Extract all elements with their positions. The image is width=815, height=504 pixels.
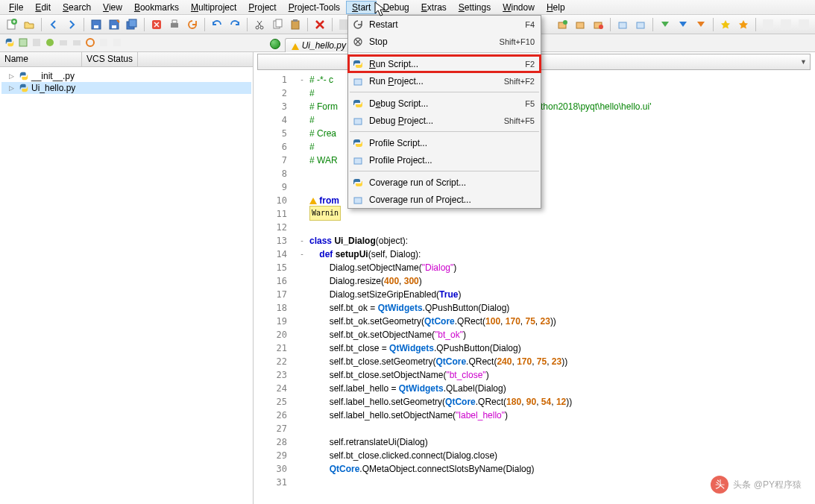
menu-window[interactable]: Window xyxy=(497,1,541,14)
menu-item-debug-project[interactable]: Debug Project...Shift+F5 xyxy=(348,112,541,129)
tool-y-button[interactable] xyxy=(778,16,794,33)
file-tree-item[interactable]: ▷Ui_hello.py xyxy=(1,82,251,94)
copy-button[interactable] xyxy=(269,16,286,33)
back-button[interactable] xyxy=(45,16,62,33)
delete-button[interactable] xyxy=(312,16,328,33)
svg-rect-7 xyxy=(129,19,136,27)
check-button[interactable] xyxy=(657,16,673,33)
proj-dbg-icon xyxy=(351,116,365,126)
save-all-button[interactable] xyxy=(124,16,140,33)
menu-bookmarks[interactable]: Bookmarks xyxy=(128,1,185,14)
menu-edit[interactable]: Edit xyxy=(29,1,57,14)
svg-rect-14 xyxy=(276,19,282,27)
svg-rect-3 xyxy=(94,25,98,28)
menu-item-run-script[interactable]: Run Script...F2 xyxy=(348,55,541,72)
file-tree[interactable]: ▷__init__.py▷Ui_hello.py xyxy=(0,67,253,97)
tabbar-icon-e[interactable] xyxy=(72,37,82,50)
proj-e-button[interactable] xyxy=(632,16,649,33)
refresh-button[interactable] xyxy=(184,16,201,33)
svg-rect-9 xyxy=(171,23,178,28)
watermark-icon: 头 xyxy=(711,476,729,494)
redo-button[interactable] xyxy=(227,16,243,33)
fold-column[interactable]: --- xyxy=(295,52,309,504)
column-name[interactable]: Name xyxy=(0,52,82,66)
svg-rect-35 xyxy=(60,40,67,45)
column-vcs[interactable]: VCS Status xyxy=(82,52,138,66)
warning-icon xyxy=(292,43,299,50)
menu-item-debug-script[interactable]: Debug Script...F5 xyxy=(348,95,541,112)
check2-button[interactable] xyxy=(675,16,691,33)
star-button[interactable] xyxy=(717,16,734,33)
save-as-button[interactable] xyxy=(106,16,122,33)
proj-d-button[interactable] xyxy=(614,16,631,33)
new-file-button[interactable] xyxy=(3,16,19,33)
menu-multiproject[interactable]: Multiproject xyxy=(185,1,242,14)
svg-rect-15 xyxy=(292,21,299,29)
menu-item-coverage-run-of-project[interactable]: Coverage run of Project... xyxy=(348,191,541,208)
check3-button[interactable] xyxy=(693,16,709,33)
tabbar-icon-h[interactable] xyxy=(112,37,122,50)
tabbar-icon-c[interactable] xyxy=(45,37,55,50)
menu-item-coverage-run-of-script[interactable]: Coverage run of Script... xyxy=(348,174,541,191)
proj-prof-icon xyxy=(351,155,365,166)
svg-rect-39 xyxy=(113,39,121,46)
sidebar-header: Name VCS Status xyxy=(0,52,253,67)
menu-item-profile-script[interactable]: Profile Script... xyxy=(348,134,541,151)
svg-rect-38 xyxy=(100,39,107,46)
menu-view[interactable]: View xyxy=(97,1,128,14)
print-button[interactable] xyxy=(166,16,183,33)
forward-button[interactable] xyxy=(63,16,80,33)
watermark: 头 头条 @PY程序猿 xyxy=(711,476,802,494)
svg-rect-42 xyxy=(354,119,362,125)
open-button[interactable] xyxy=(21,16,37,33)
cut-button[interactable] xyxy=(251,16,268,33)
svg-point-23 xyxy=(563,20,567,25)
svg-point-11 xyxy=(256,26,259,29)
menu-help[interactable]: Help xyxy=(541,1,571,14)
proj-c-button[interactable] xyxy=(590,16,606,33)
menu-item-run-project[interactable]: Run Project...Shift+F2 xyxy=(348,72,541,89)
warning-icon xyxy=(309,198,317,204)
close-button[interactable] xyxy=(148,16,165,33)
tool-x-button[interactable] xyxy=(760,16,776,33)
start-menu-dropdown: RestartF4StopShift+F10Run Script...F2Run… xyxy=(347,15,541,209)
menu-file[interactable]: File xyxy=(3,1,29,14)
tabbar-icon-f[interactable] xyxy=(85,37,95,50)
tabbar-icon-g[interactable] xyxy=(98,37,109,50)
svg-rect-36 xyxy=(73,40,81,45)
menu-start[interactable]: Start xyxy=(346,1,377,14)
proj-a-button[interactable] xyxy=(554,16,570,33)
paste-button[interactable] xyxy=(287,16,303,33)
menu-extras[interactable]: Extras xyxy=(415,1,453,14)
tabbar-icon-b[interactable] xyxy=(31,37,42,50)
tab-filename: Ui_hello.py xyxy=(302,40,346,51)
svg-rect-33 xyxy=(33,39,40,46)
tabbar-icon-a[interactable] xyxy=(18,37,28,50)
svg-rect-27 xyxy=(619,22,626,28)
svg-point-12 xyxy=(260,26,263,29)
py-dbg-icon xyxy=(351,98,365,109)
save-button[interactable] xyxy=(88,16,104,33)
svg-rect-24 xyxy=(576,22,584,28)
menu-item-stop[interactable]: StopShift+F10 xyxy=(348,33,541,50)
tabbar-icon-d[interactable] xyxy=(58,37,69,50)
editor-tab[interactable]: Ui_hello.py xyxy=(285,38,353,52)
stop-icon xyxy=(351,37,365,46)
menu-search[interactable]: Search xyxy=(57,1,97,14)
star2-button[interactable] xyxy=(735,16,752,33)
py-cov-icon xyxy=(351,177,365,188)
menu-item-profile-project[interactable]: Profile Project... xyxy=(348,151,541,168)
file-tree-item[interactable]: ▷__init__.py xyxy=(1,70,251,82)
svg-point-26 xyxy=(599,25,603,29)
svg-rect-10 xyxy=(172,20,177,23)
undo-button[interactable] xyxy=(209,16,225,33)
menu-settings[interactable]: Settings xyxy=(453,1,497,14)
restart-icon xyxy=(351,20,365,29)
tool-z-button[interactable] xyxy=(796,16,812,33)
proj-cov-icon xyxy=(351,195,365,205)
line-gutter: 1234567891011121314151617181920212223242… xyxy=(254,52,295,504)
proj-b-button[interactable] xyxy=(572,16,588,33)
menu-item-restart[interactable]: RestartF4 xyxy=(348,16,541,33)
menu-project-tools[interactable]: Project-Tools xyxy=(283,1,346,14)
menu-project[interactable]: Project xyxy=(242,1,282,14)
